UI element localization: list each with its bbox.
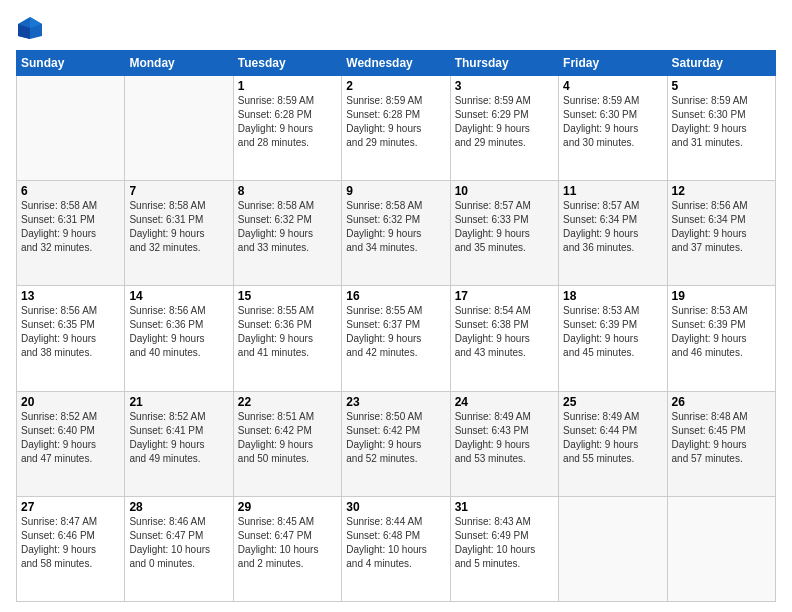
- calendar-cell: 12Sunrise: 8:56 AM Sunset: 6:34 PM Dayli…: [667, 181, 775, 286]
- day-number: 1: [238, 79, 337, 93]
- header: [16, 14, 776, 42]
- calendar-cell: 5Sunrise: 8:59 AM Sunset: 6:30 PM Daylig…: [667, 76, 775, 181]
- day-info: Sunrise: 8:59 AM Sunset: 6:29 PM Dayligh…: [455, 94, 554, 150]
- calendar-cell: 14Sunrise: 8:56 AM Sunset: 6:36 PM Dayli…: [125, 286, 233, 391]
- calendar-dow-friday: Friday: [559, 51, 667, 76]
- calendar-header-row: SundayMondayTuesdayWednesdayThursdayFrid…: [17, 51, 776, 76]
- day-info: Sunrise: 8:59 AM Sunset: 6:30 PM Dayligh…: [672, 94, 771, 150]
- calendar-week-4: 27Sunrise: 8:47 AM Sunset: 6:46 PM Dayli…: [17, 496, 776, 601]
- day-number: 6: [21, 184, 120, 198]
- day-info: Sunrise: 8:54 AM Sunset: 6:38 PM Dayligh…: [455, 304, 554, 360]
- day-info: Sunrise: 8:43 AM Sunset: 6:49 PM Dayligh…: [455, 515, 554, 571]
- calendar-cell: 10Sunrise: 8:57 AM Sunset: 6:33 PM Dayli…: [450, 181, 558, 286]
- calendar-cell: 26Sunrise: 8:48 AM Sunset: 6:45 PM Dayli…: [667, 391, 775, 496]
- day-info: Sunrise: 8:59 AM Sunset: 6:28 PM Dayligh…: [238, 94, 337, 150]
- day-number: 16: [346, 289, 445, 303]
- logo-icon: [16, 14, 44, 42]
- day-info: Sunrise: 8:53 AM Sunset: 6:39 PM Dayligh…: [672, 304, 771, 360]
- day-info: Sunrise: 8:58 AM Sunset: 6:32 PM Dayligh…: [238, 199, 337, 255]
- calendar-dow-sunday: Sunday: [17, 51, 125, 76]
- day-number: 14: [129, 289, 228, 303]
- calendar-cell: 30Sunrise: 8:44 AM Sunset: 6:48 PM Dayli…: [342, 496, 450, 601]
- calendar-cell: 20Sunrise: 8:52 AM Sunset: 6:40 PM Dayli…: [17, 391, 125, 496]
- day-number: 3: [455, 79, 554, 93]
- day-info: Sunrise: 8:58 AM Sunset: 6:31 PM Dayligh…: [21, 199, 120, 255]
- day-number: 7: [129, 184, 228, 198]
- day-number: 20: [21, 395, 120, 409]
- calendar-cell: [559, 496, 667, 601]
- calendar-cell: 11Sunrise: 8:57 AM Sunset: 6:34 PM Dayli…: [559, 181, 667, 286]
- calendar-cell: 21Sunrise: 8:52 AM Sunset: 6:41 PM Dayli…: [125, 391, 233, 496]
- calendar-cell: 17Sunrise: 8:54 AM Sunset: 6:38 PM Dayli…: [450, 286, 558, 391]
- calendar-cell: [125, 76, 233, 181]
- day-number: 8: [238, 184, 337, 198]
- day-info: Sunrise: 8:51 AM Sunset: 6:42 PM Dayligh…: [238, 410, 337, 466]
- calendar-cell: 29Sunrise: 8:45 AM Sunset: 6:47 PM Dayli…: [233, 496, 341, 601]
- day-info: Sunrise: 8:48 AM Sunset: 6:45 PM Dayligh…: [672, 410, 771, 466]
- day-number: 11: [563, 184, 662, 198]
- calendar-cell: 9Sunrise: 8:58 AM Sunset: 6:32 PM Daylig…: [342, 181, 450, 286]
- calendar-cell: 23Sunrise: 8:50 AM Sunset: 6:42 PM Dayli…: [342, 391, 450, 496]
- day-number: 23: [346, 395, 445, 409]
- calendar-cell: 6Sunrise: 8:58 AM Sunset: 6:31 PM Daylig…: [17, 181, 125, 286]
- day-number: 18: [563, 289, 662, 303]
- day-info: Sunrise: 8:50 AM Sunset: 6:42 PM Dayligh…: [346, 410, 445, 466]
- calendar-cell: 18Sunrise: 8:53 AM Sunset: 6:39 PM Dayli…: [559, 286, 667, 391]
- calendar-cell: [667, 496, 775, 601]
- calendar-cell: 2Sunrise: 8:59 AM Sunset: 6:28 PM Daylig…: [342, 76, 450, 181]
- day-number: 26: [672, 395, 771, 409]
- calendar-cell: [17, 76, 125, 181]
- calendar-cell: 1Sunrise: 8:59 AM Sunset: 6:28 PM Daylig…: [233, 76, 341, 181]
- day-number: 17: [455, 289, 554, 303]
- day-number: 9: [346, 184, 445, 198]
- calendar-cell: 4Sunrise: 8:59 AM Sunset: 6:30 PM Daylig…: [559, 76, 667, 181]
- day-number: 25: [563, 395, 662, 409]
- day-number: 22: [238, 395, 337, 409]
- calendar-cell: 27Sunrise: 8:47 AM Sunset: 6:46 PM Dayli…: [17, 496, 125, 601]
- day-info: Sunrise: 8:55 AM Sunset: 6:37 PM Dayligh…: [346, 304, 445, 360]
- calendar-cell: 15Sunrise: 8:55 AM Sunset: 6:36 PM Dayli…: [233, 286, 341, 391]
- calendar-dow-monday: Monday: [125, 51, 233, 76]
- calendar-cell: 3Sunrise: 8:59 AM Sunset: 6:29 PM Daylig…: [450, 76, 558, 181]
- day-number: 21: [129, 395, 228, 409]
- calendar-table: SundayMondayTuesdayWednesdayThursdayFrid…: [16, 50, 776, 602]
- day-number: 13: [21, 289, 120, 303]
- day-info: Sunrise: 8:53 AM Sunset: 6:39 PM Dayligh…: [563, 304, 662, 360]
- day-number: 19: [672, 289, 771, 303]
- day-info: Sunrise: 8:52 AM Sunset: 6:41 PM Dayligh…: [129, 410, 228, 466]
- day-info: Sunrise: 8:55 AM Sunset: 6:36 PM Dayligh…: [238, 304, 337, 360]
- calendar-cell: 22Sunrise: 8:51 AM Sunset: 6:42 PM Dayli…: [233, 391, 341, 496]
- day-number: 28: [129, 500, 228, 514]
- day-info: Sunrise: 8:52 AM Sunset: 6:40 PM Dayligh…: [21, 410, 120, 466]
- day-info: Sunrise: 8:57 AM Sunset: 6:34 PM Dayligh…: [563, 199, 662, 255]
- calendar-cell: 24Sunrise: 8:49 AM Sunset: 6:43 PM Dayli…: [450, 391, 558, 496]
- day-info: Sunrise: 8:56 AM Sunset: 6:35 PM Dayligh…: [21, 304, 120, 360]
- calendar-cell: 13Sunrise: 8:56 AM Sunset: 6:35 PM Dayli…: [17, 286, 125, 391]
- day-info: Sunrise: 8:49 AM Sunset: 6:44 PM Dayligh…: [563, 410, 662, 466]
- day-info: Sunrise: 8:49 AM Sunset: 6:43 PM Dayligh…: [455, 410, 554, 466]
- day-info: Sunrise: 8:58 AM Sunset: 6:31 PM Dayligh…: [129, 199, 228, 255]
- day-number: 30: [346, 500, 445, 514]
- day-info: Sunrise: 8:47 AM Sunset: 6:46 PM Dayligh…: [21, 515, 120, 571]
- day-info: Sunrise: 8:59 AM Sunset: 6:28 PM Dayligh…: [346, 94, 445, 150]
- calendar-week-0: 1Sunrise: 8:59 AM Sunset: 6:28 PM Daylig…: [17, 76, 776, 181]
- day-info: Sunrise: 8:58 AM Sunset: 6:32 PM Dayligh…: [346, 199, 445, 255]
- calendar-cell: 19Sunrise: 8:53 AM Sunset: 6:39 PM Dayli…: [667, 286, 775, 391]
- calendar-week-2: 13Sunrise: 8:56 AM Sunset: 6:35 PM Dayli…: [17, 286, 776, 391]
- calendar-cell: 7Sunrise: 8:58 AM Sunset: 6:31 PM Daylig…: [125, 181, 233, 286]
- calendar-cell: 25Sunrise: 8:49 AM Sunset: 6:44 PM Dayli…: [559, 391, 667, 496]
- calendar-week-3: 20Sunrise: 8:52 AM Sunset: 6:40 PM Dayli…: [17, 391, 776, 496]
- calendar-dow-saturday: Saturday: [667, 51, 775, 76]
- calendar-dow-tuesday: Tuesday: [233, 51, 341, 76]
- day-number: 15: [238, 289, 337, 303]
- day-number: 12: [672, 184, 771, 198]
- day-number: 29: [238, 500, 337, 514]
- day-number: 5: [672, 79, 771, 93]
- logo: [16, 14, 48, 42]
- calendar-dow-thursday: Thursday: [450, 51, 558, 76]
- day-number: 24: [455, 395, 554, 409]
- day-number: 2: [346, 79, 445, 93]
- calendar-cell: 16Sunrise: 8:55 AM Sunset: 6:37 PM Dayli…: [342, 286, 450, 391]
- day-info: Sunrise: 8:57 AM Sunset: 6:33 PM Dayligh…: [455, 199, 554, 255]
- day-number: 4: [563, 79, 662, 93]
